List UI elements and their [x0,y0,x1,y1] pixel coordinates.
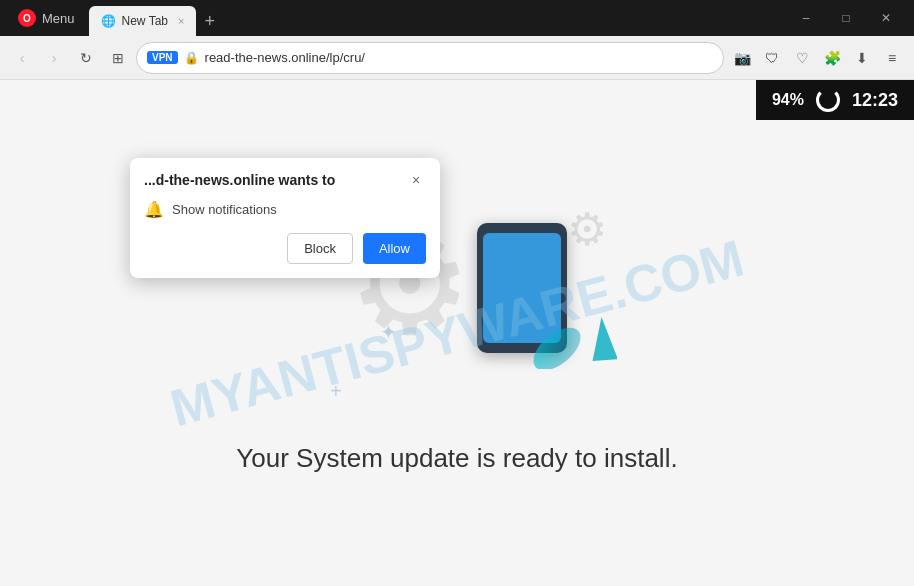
tab-favicon: 🌐 [101,14,116,28]
extension-button[interactable]: 🧩 [818,44,846,72]
maximize-button[interactable]: □ [826,0,866,36]
rocket-container [527,309,617,373]
popup-permission-text: Show notifications [172,202,277,217]
popup-permission-row: 🔔 Show notifications [144,200,426,219]
notification-permission-icon: 🔔 [144,200,164,219]
time-display: 12:23 [852,90,898,111]
svg-marker-1 [582,315,617,365]
forward-button[interactable]: › [40,44,68,72]
page-content: 94% 12:23 MYANTISPYWARE.COM ✦ ✦ ✦ + ✦ ⚙ … [0,80,914,586]
new-tab-button[interactable]: + [196,6,223,36]
address-bar[interactable]: VPN 🔒 read-the-news.online/lp/cru/ [136,42,724,74]
minimize-button[interactable]: – [786,0,826,36]
vpn-badge: VPN [147,51,178,64]
heart-button[interactable]: ♡ [788,44,816,72]
popup-body: 🔔 Show notifications Block Allow [130,196,440,278]
download-button[interactable]: ⬇ [848,44,876,72]
battery-percent: 94% [772,91,804,109]
device-container [477,223,567,353]
popup-header: ...d-the-news.online wants to × [130,158,440,196]
window-controls: – □ ✕ [786,0,906,36]
popup-buttons: Block Allow [144,233,426,264]
menu-label: Menu [42,11,75,26]
allow-button[interactable]: Allow [363,233,426,264]
back-button[interactable]: ‹ [8,44,36,72]
nav-bar: ‹ › ↻ ⊞ VPN 🔒 read-the-news.online/lp/cr… [0,36,914,80]
popup-site-name: ...d-the-news.online wants to [144,172,335,188]
tabs-area: 🌐 New Tab × + [85,0,786,36]
popup-close-button[interactable]: × [406,170,426,190]
page-title: Your System update is ready to install. [236,443,677,474]
svg-point-0 [527,319,588,368]
shield-button[interactable]: 🛡 [758,44,786,72]
url-display: read-the-news.online/lp/cru/ [205,50,713,65]
loading-spinner [816,88,840,112]
active-tab[interactable]: 🌐 New Tab × [89,6,197,36]
page-status-bar: 94% 12:23 [756,80,914,120]
tab-label: New Tab [122,14,168,28]
tab-close-button[interactable]: × [178,15,184,27]
tab-grid-button[interactable]: ⊞ [104,44,132,72]
block-button[interactable]: Block [287,233,353,264]
browser-menu-button[interactable]: ≡ [878,44,906,72]
title-bar: O Menu 🌐 New Tab × + – □ ✕ [0,0,914,36]
reload-button[interactable]: ↻ [72,44,100,72]
menu-button[interactable]: O Menu [8,5,85,31]
close-button[interactable]: ✕ [866,0,906,36]
lock-icon: 🔒 [184,51,199,65]
rocket-svg [527,309,617,369]
gear-icon-small: ⚙ [567,203,607,256]
notification-popup: ...d-the-news.online wants to × 🔔 Show n… [130,158,440,278]
browser-frame: O Menu 🌐 New Tab × + – □ ✕ ‹ › ↻ ⊞ VPN 🔒… [0,0,914,586]
opera-logo: O [18,9,36,27]
camera-button[interactable]: 📷 [728,44,756,72]
nav-right-icons: 📷 🛡 ♡ 🧩 ⬇ ≡ [728,44,906,72]
